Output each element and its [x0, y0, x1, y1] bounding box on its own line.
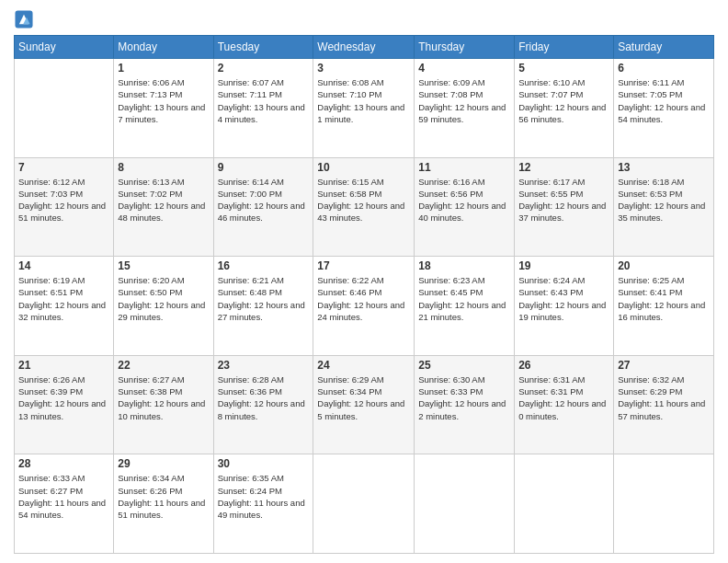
calendar-header-row: SundayMondayTuesdayWednesdayThursdayFrid… [15, 36, 714, 59]
calendar-cell [415, 454, 515, 554]
day-number: 8 [118, 161, 209, 174]
week-row-3: 21Sunrise: 6:26 AMSunset: 6:39 PMDayligh… [15, 355, 714, 454]
day-info: Sunrise: 6:34 AMSunset: 6:26 PMDaylight:… [118, 472, 209, 521]
day-number: 1 [118, 62, 209, 75]
day-number: 12 [518, 161, 609, 174]
calendar-cell: 9Sunrise: 6:14 AMSunset: 7:00 PMDaylight… [213, 157, 313, 257]
day-number: 29 [118, 457, 209, 470]
calendar-cell: 3Sunrise: 6:08 AMSunset: 7:10 PMDaylight… [313, 59, 415, 158]
header-thursday: Thursday [415, 36, 515, 59]
calendar-cell: 16Sunrise: 6:21 AMSunset: 6:48 PMDayligh… [213, 257, 313, 356]
week-row-4: 28Sunrise: 6:33 AMSunset: 6:27 PMDayligh… [15, 454, 714, 554]
day-info: Sunrise: 6:32 AMSunset: 6:29 PMDaylight:… [618, 373, 710, 422]
calendar-cell: 19Sunrise: 6:24 AMSunset: 6:43 PMDayligh… [515, 257, 614, 356]
day-number: 22 [118, 359, 209, 372]
day-info: Sunrise: 6:06 AMSunset: 7:13 PMDaylight:… [118, 76, 209, 125]
day-number: 6 [618, 62, 710, 75]
calendar-cell: 13Sunrise: 6:18 AMSunset: 6:53 PMDayligh… [614, 157, 714, 257]
page: SundayMondayTuesdayWednesdayThursdayFrid… [0, 0, 728, 563]
day-info: Sunrise: 6:09 AMSunset: 7:08 PMDaylight:… [418, 76, 510, 125]
header-monday: Monday [114, 36, 213, 59]
day-info: Sunrise: 6:14 AMSunset: 7:00 PMDaylight:… [218, 176, 310, 224]
header-tuesday: Tuesday [213, 36, 313, 59]
day-info: Sunrise: 6:20 AMSunset: 6:50 PMDaylight:… [118, 274, 209, 323]
calendar-cell: 29Sunrise: 6:34 AMSunset: 6:26 PMDayligh… [114, 454, 213, 554]
day-info: Sunrise: 6:16 AMSunset: 6:56 PMDaylight:… [418, 176, 510, 224]
header-sunday: Sunday [15, 36, 114, 59]
day-info: Sunrise: 6:08 AMSunset: 7:10 PMDaylight:… [317, 76, 410, 125]
day-number: 7 [18, 161, 109, 174]
day-number: 26 [518, 359, 609, 372]
calendar-cell: 12Sunrise: 6:17 AMSunset: 6:55 PMDayligh… [515, 157, 614, 257]
day-number: 18 [418, 259, 510, 272]
day-info: Sunrise: 6:28 AMSunset: 6:36 PMDaylight:… [218, 373, 310, 422]
calendar-cell: 11Sunrise: 6:16 AMSunset: 6:56 PMDayligh… [415, 157, 515, 257]
calendar-cell [313, 454, 415, 554]
logo [14, 9, 36, 29]
header-wednesday: Wednesday [313, 36, 415, 59]
day-info: Sunrise: 6:19 AMSunset: 6:51 PMDaylight:… [18, 274, 109, 323]
calendar-cell: 21Sunrise: 6:26 AMSunset: 6:39 PMDayligh… [15, 355, 114, 454]
day-number: 5 [518, 62, 609, 75]
calendar-cell: 6Sunrise: 6:11 AMSunset: 7:05 PMDaylight… [614, 59, 714, 158]
day-number: 19 [518, 259, 609, 272]
day-number: 28 [18, 457, 109, 470]
header-saturday: Saturday [614, 36, 714, 59]
day-number: 24 [317, 359, 410, 372]
calendar-cell: 18Sunrise: 6:23 AMSunset: 6:45 PMDayligh… [415, 257, 515, 356]
day-info: Sunrise: 6:11 AMSunset: 7:05 PMDaylight:… [618, 76, 710, 125]
day-info: Sunrise: 6:30 AMSunset: 6:33 PMDaylight:… [418, 373, 510, 422]
calendar-cell: 27Sunrise: 6:32 AMSunset: 6:29 PMDayligh… [614, 355, 714, 454]
calendar-cell: 8Sunrise: 6:13 AMSunset: 7:02 PMDaylight… [114, 157, 213, 257]
day-info: Sunrise: 6:17 AMSunset: 6:55 PMDaylight:… [518, 176, 609, 224]
calendar-cell: 20Sunrise: 6:25 AMSunset: 6:41 PMDayligh… [614, 257, 714, 356]
day-info: Sunrise: 6:23 AMSunset: 6:45 PMDaylight:… [418, 274, 510, 323]
day-info: Sunrise: 6:13 AMSunset: 7:02 PMDaylight:… [118, 176, 209, 224]
day-number: 2 [218, 62, 310, 75]
day-info: Sunrise: 6:15 AMSunset: 6:58 PMDaylight:… [317, 176, 410, 224]
week-row-2: 14Sunrise: 6:19 AMSunset: 6:51 PMDayligh… [15, 257, 714, 356]
day-info: Sunrise: 6:07 AMSunset: 7:11 PMDaylight:… [218, 76, 310, 125]
day-number: 9 [218, 161, 310, 174]
day-number: 3 [317, 62, 410, 75]
calendar-cell: 17Sunrise: 6:22 AMSunset: 6:46 PMDayligh… [313, 257, 415, 356]
day-number: 30 [218, 457, 310, 470]
day-info: Sunrise: 6:26 AMSunset: 6:39 PMDaylight:… [18, 373, 109, 422]
day-number: 4 [418, 62, 510, 75]
day-info: Sunrise: 6:18 AMSunset: 6:53 PMDaylight:… [618, 176, 710, 224]
day-info: Sunrise: 6:29 AMSunset: 6:34 PMDaylight:… [317, 373, 410, 422]
calendar-cell: 23Sunrise: 6:28 AMSunset: 6:36 PMDayligh… [213, 355, 313, 454]
day-number: 16 [218, 259, 310, 272]
calendar-cell [515, 454, 614, 554]
calendar-cell: 30Sunrise: 6:35 AMSunset: 6:24 PMDayligh… [213, 454, 313, 554]
day-info: Sunrise: 6:27 AMSunset: 6:38 PMDaylight:… [118, 373, 209, 422]
calendar-cell: 26Sunrise: 6:31 AMSunset: 6:31 PMDayligh… [515, 355, 614, 454]
day-number: 14 [18, 259, 109, 272]
calendar-cell: 4Sunrise: 6:09 AMSunset: 7:08 PMDaylight… [415, 59, 515, 158]
calendar-cell [15, 59, 114, 158]
calendar-cell: 5Sunrise: 6:10 AMSunset: 7:07 PMDaylight… [515, 59, 614, 158]
day-number: 15 [118, 259, 209, 272]
calendar-cell: 15Sunrise: 6:20 AMSunset: 6:50 PMDayligh… [114, 257, 213, 356]
day-info: Sunrise: 6:12 AMSunset: 7:03 PMDaylight:… [18, 176, 109, 224]
day-number: 10 [317, 161, 410, 174]
day-info: Sunrise: 6:10 AMSunset: 7:07 PMDaylight:… [518, 76, 609, 125]
calendar-cell: 22Sunrise: 6:27 AMSunset: 6:38 PMDayligh… [114, 355, 213, 454]
calendar-cell: 10Sunrise: 6:15 AMSunset: 6:58 PMDayligh… [313, 157, 415, 257]
day-number: 21 [18, 359, 109, 372]
header-friday: Friday [515, 36, 614, 59]
calendar-cell: 7Sunrise: 6:12 AMSunset: 7:03 PMDaylight… [15, 157, 114, 257]
header [14, 9, 714, 29]
day-info: Sunrise: 6:31 AMSunset: 6:31 PMDaylight:… [518, 373, 609, 422]
day-info: Sunrise: 6:35 AMSunset: 6:24 PMDaylight:… [218, 472, 310, 521]
day-number: 17 [317, 259, 410, 272]
logo-icon [14, 9, 34, 29]
calendar-cell: 24Sunrise: 6:29 AMSunset: 6:34 PMDayligh… [313, 355, 415, 454]
day-number: 27 [618, 359, 710, 372]
day-info: Sunrise: 6:21 AMSunset: 6:48 PMDaylight:… [218, 274, 310, 323]
day-info: Sunrise: 6:24 AMSunset: 6:43 PMDaylight:… [518, 274, 609, 323]
calendar-cell: 2Sunrise: 6:07 AMSunset: 7:11 PMDaylight… [213, 59, 313, 158]
day-number: 23 [218, 359, 310, 372]
day-info: Sunrise: 6:22 AMSunset: 6:46 PMDaylight:… [317, 274, 410, 323]
day-info: Sunrise: 6:33 AMSunset: 6:27 PMDaylight:… [18, 472, 109, 521]
